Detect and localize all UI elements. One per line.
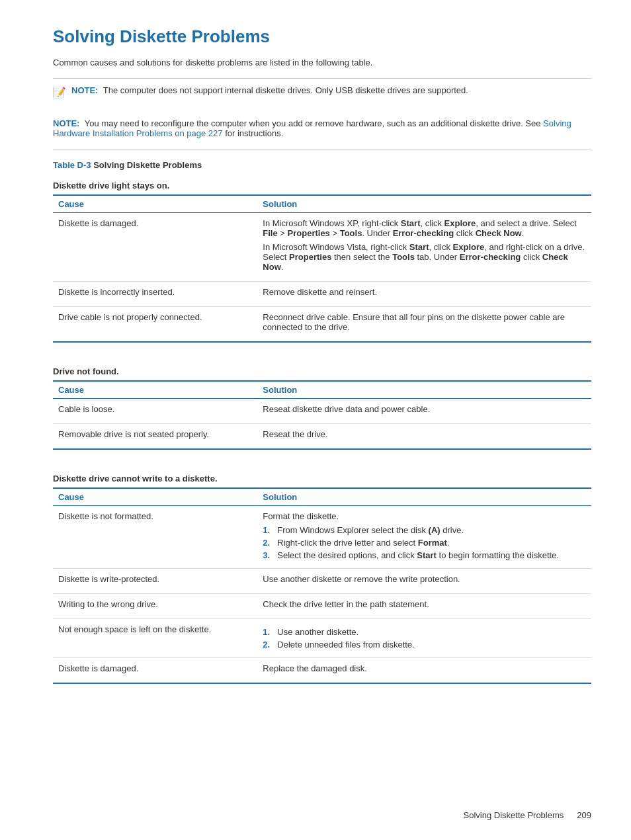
solution-cell: 1.Use another diskette.2.Delete unneeded…	[257, 619, 591, 658]
list-item-text: Select the desired options, and click St…	[277, 550, 559, 560]
section-table-0: CauseSolutionDiskette is damaged.In Micr…	[53, 194, 591, 343]
cause-cell: Diskette is write-protected.	[53, 569, 257, 594]
list-item-text: From Windows Explorer select the disk (A…	[277, 525, 464, 535]
table-row: Diskette is write-protected.Use another …	[53, 569, 591, 594]
list-item: 1.From Windows Explorer select the disk …	[263, 525, 586, 535]
sections-container: Diskette drive light stays on.CauseSolut…	[53, 181, 591, 684]
solution-list: 1.From Windows Explorer select the disk …	[263, 525, 586, 560]
intro-text: Common causes and solutions for diskette…	[53, 58, 591, 67]
footer-page-number: 209	[577, 810, 591, 820]
section-table-2: CauseSolutionDiskette is not formatted.F…	[53, 487, 591, 684]
cause-cell: Removable drive is not seated properly.	[53, 424, 257, 450]
solution-paragraph: Use another diskette or remove the write…	[263, 574, 586, 584]
page-title: Solving Diskette Problems	[53, 26, 591, 47]
section-table-1: CauseSolutionCable is loose.Reseat diske…	[53, 380, 591, 450]
table-row: Diskette is incorrectly inserted.Remove …	[53, 282, 591, 307]
note2-label: NOTE:	[53, 118, 79, 128]
solution-paragraph: Remove diskette and reinsert.	[263, 287, 586, 297]
col-header-solution: Solution	[257, 381, 591, 399]
note2-text-after: for instructions.	[223, 128, 284, 138]
list-item: 3.Select the desired options, and click …	[263, 550, 586, 560]
cause-cell: Writing to the wrong drive.	[53, 594, 257, 619]
col-header-cause: Cause	[53, 195, 257, 213]
table-row: Removable drive is not seated properly.R…	[53, 424, 591, 450]
list-item-text: Delete unneeded files from diskette.	[277, 640, 414, 650]
solution-cell: Remove diskette and reinsert.	[257, 282, 591, 307]
solution-cell: Replace the damaged disk.	[257, 658, 591, 684]
note1-label: NOTE:	[71, 85, 98, 95]
note1-text: The computer does not support internal d…	[103, 85, 468, 95]
table-row: Drive cable is not properly connected.Re…	[53, 307, 591, 343]
solution-cell: Reconnect drive cable. Ensure that all f…	[257, 307, 591, 343]
col-header-cause: Cause	[53, 381, 257, 399]
cause-cell: Cable is loose.	[53, 399, 257, 424]
table-caption-label: Table D-3	[53, 160, 91, 170]
solution-cell: Reseat the drive.	[257, 424, 591, 450]
section-header-0: Diskette drive light stays on.	[53, 181, 591, 190]
table-row: Diskette is not formatted.Format the dis…	[53, 506, 591, 569]
solution-list: 1.Use another diskette.2.Delete unneeded…	[263, 627, 586, 650]
solution-cell: Format the diskette.1.From Windows Explo…	[257, 506, 591, 569]
col-header-solution: Solution	[257, 488, 591, 506]
solution-paragraph: Reseat the drive.	[263, 429, 586, 439]
list-item-text: Use another diskette.	[277, 627, 358, 637]
table-row: Cable is loose.Reseat diskette drive dat…	[53, 399, 591, 424]
cause-cell: Drive cable is not properly connected.	[53, 307, 257, 343]
cause-cell: Diskette is damaged.	[53, 658, 257, 684]
solution-paragraph: Reconnect drive cable. Ensure that all f…	[263, 312, 586, 332]
footer-text: Solving Diskette Problems	[464, 810, 564, 820]
note-1: 📝 NOTE: The computer does not support in…	[53, 78, 591, 105]
solution-cell: In Microsoft Windows XP, right-click Sta…	[257, 213, 591, 282]
solution-paragraph: Check the drive letter in the path state…	[263, 599, 586, 609]
col-header-cause: Cause	[53, 488, 257, 506]
solution-cell: Reseat diskette drive data and power cab…	[257, 399, 591, 424]
section-header-2: Diskette drive cannot write to a diskett…	[53, 474, 591, 483]
list-item-text: Right-click the drive letter and select …	[277, 538, 449, 548]
table-row: Not enough space is left on the diskette…	[53, 619, 591, 658]
table-caption-title-text: Solving Diskette Problems	[93, 160, 202, 170]
col-header-solution: Solution	[257, 195, 591, 213]
table-row: Writing to the wrong drive.Check the dri…	[53, 594, 591, 619]
solution-cell: Check the drive letter in the path state…	[257, 594, 591, 619]
table-caption: Table D-3 Solving Diskette Problems	[53, 160, 591, 170]
list-item: 1.Use another diskette.	[263, 627, 586, 637]
note-2: NOTE: You may need to reconfigure the co…	[53, 112, 591, 149]
solution-paragraph: In Microsoft Windows Vista, right-click …	[263, 242, 586, 272]
note2-text-before: You may need to reconfigure the computer…	[85, 118, 543, 128]
cause-cell: Diskette is incorrectly inserted.	[53, 282, 257, 307]
solution-paragraph: Format the diskette.	[263, 511, 586, 521]
solution-paragraph: In Microsoft Windows XP, right-click Sta…	[263, 218, 586, 238]
solution-cell: Use another diskette or remove the write…	[257, 569, 591, 594]
list-item: 2.Right-click the drive letter and selec…	[263, 538, 586, 548]
solution-paragraph: Replace the damaged disk.	[263, 663, 586, 673]
cause-cell: Diskette is not formatted.	[53, 506, 257, 569]
table-row: Diskette is damaged.Replace the damaged …	[53, 658, 591, 684]
page-footer: Solving Diskette Problems 209	[464, 810, 591, 820]
cause-cell: Diskette is damaged.	[53, 213, 257, 282]
cause-cell: Not enough space is left on the diskette…	[53, 619, 257, 658]
note-icon: 📝	[53, 86, 66, 99]
solution-paragraph: Reseat diskette drive data and power cab…	[263, 404, 586, 414]
section-header-1: Drive not found.	[53, 366, 591, 376]
table-row: Diskette is damaged.In Microsoft Windows…	[53, 213, 591, 282]
list-item: 2.Delete unneeded files from diskette.	[263, 640, 586, 650]
